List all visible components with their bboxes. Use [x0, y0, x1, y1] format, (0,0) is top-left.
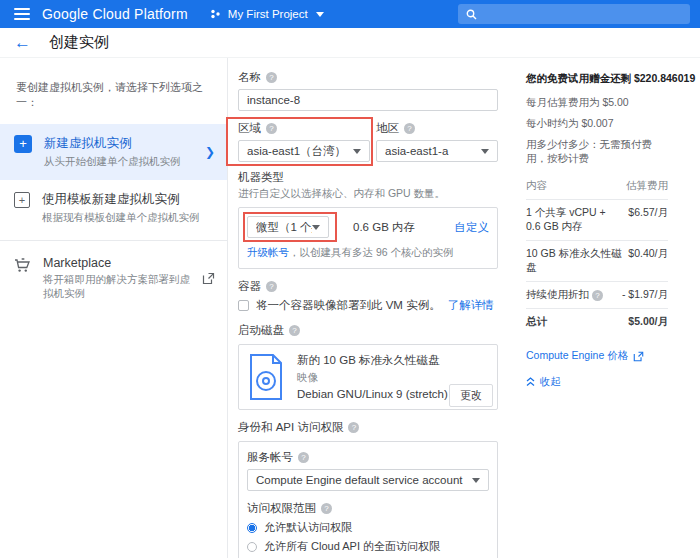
- divider: [0, 240, 227, 241]
- search-icon: [466, 9, 477, 20]
- brand-logo[interactable]: Google Cloud Platform: [42, 6, 188, 22]
- compute-engine-pricing-link[interactable]: Compute Engine 价格: [526, 349, 628, 363]
- chevron-down-icon: [312, 225, 320, 230]
- sidebar-item-from-template[interactable]: + 使用模板新建虚拟机实例 根据现有模板创建单个虚拟机实例: [0, 180, 227, 236]
- upgrade-account-link[interactable]: 升级帐号: [247, 246, 289, 258]
- top-bar: Google Cloud Platform My First Project: [0, 0, 700, 28]
- boot-disk-label: 启动磁盘?: [238, 323, 498, 338]
- help-icon[interactable]: ?: [289, 325, 300, 336]
- cost-table-header: 内容 估算费用: [526, 173, 668, 200]
- double-chevron-up-icon: [526, 377, 535, 387]
- machine-type-label: 机器类型: [238, 170, 498, 185]
- boot-disk-title: 新的 10 GB 标准永久性磁盘: [297, 353, 448, 368]
- sidebar-intro: 要创建虚拟机实例，请选择下列选项之一：: [0, 72, 227, 124]
- page-header: ← 创建实例: [0, 28, 700, 58]
- project-name: My First Project: [228, 8, 308, 20]
- cost-row-disk: 10 GB 标准永久性磁盘 $0.40/月: [526, 241, 668, 282]
- service-account-label: 服务帐号?: [247, 450, 489, 465]
- hourly-estimate: 每小时约为 $0.007: [526, 117, 668, 131]
- scope-option-full-access[interactable]: 允许所有 Cloud API 的全面访问权限: [247, 539, 489, 554]
- template-vm-icon: +: [14, 192, 30, 208]
- page-title: 创建实例: [49, 33, 109, 52]
- help-icon[interactable]: ?: [266, 281, 277, 292]
- collapse-link-row[interactable]: 收起: [526, 375, 668, 389]
- pricing-link-row[interactable]: Compute Engine 价格: [526, 349, 668, 363]
- create-instance-form: 名称? instance-8 区域? asia-east1（台湾） 地区? as…: [228, 58, 510, 558]
- learn-more-link[interactable]: 了解详情: [448, 298, 494, 313]
- help-icon[interactable]: ?: [266, 72, 277, 83]
- chevron-down-icon: [316, 12, 324, 17]
- radio-icon[interactable]: [247, 542, 257, 552]
- cost-row-vcpu: 1 个共享 vCPU + 0.6 GB 内存 $6.57/月: [526, 200, 668, 241]
- container-checkbox-label: 将一个容器映像部署到此 VM 实例。: [256, 298, 441, 313]
- machine-type-select[interactable]: 微型（1 个共享 ...: [247, 216, 329, 238]
- sidebar-item-new-vm[interactable]: + 新建虚拟机实例 从头开始创建单个虚拟机实例 ❯: [0, 124, 227, 180]
- help-icon[interactable]: ?: [266, 123, 277, 134]
- cost-row-discount: 持续使用折扣 ? - $1.97/月: [526, 282, 668, 309]
- instance-name-input[interactable]: instance-8: [238, 89, 498, 111]
- zone-select[interactable]: asia-east1-a: [376, 140, 498, 162]
- machine-type-hint: 进行自定义以选择核心、内存和 GPU 数量。: [238, 187, 498, 201]
- service-account-select[interactable]: Compute Engine default service account: [247, 469, 489, 491]
- scope-option-default[interactable]: 允许默认访问权限: [247, 520, 489, 535]
- search-input[interactable]: [458, 4, 690, 24]
- identity-api-label: 身份和 API 访问权限?: [238, 420, 498, 435]
- zone-field: 地区? asia-east1-a: [376, 121, 498, 162]
- back-arrow-icon[interactable]: ←: [14, 34, 31, 51]
- help-icon[interactable]: ?: [321, 503, 332, 514]
- project-icon: [210, 8, 222, 20]
- cost-row-total: 总计 $5.00/月: [526, 309, 668, 336]
- container-label: 容器?: [238, 279, 498, 294]
- menu-icon[interactable]: [14, 8, 30, 20]
- identity-card: 服务帐号? Compute Engine default service acc…: [238, 441, 498, 558]
- monthly-estimate: 每月估算费用为 $5.00: [526, 96, 668, 110]
- access-scopes-label: 访问权限范围?: [247, 501, 489, 516]
- region-field: 区域? asia-east1（台湾）: [238, 121, 370, 162]
- chevron-right-icon: ❯: [205, 145, 215, 159]
- chevron-down-icon: [472, 478, 480, 483]
- region-select[interactable]: asia-east1（台湾）: [238, 140, 370, 162]
- cost-estimate-panel: 您的免费试用赠金还剩 $220.846019 每月估算费用为 $5.00 每小时…: [510, 58, 668, 558]
- region-label: 区域?: [238, 121, 370, 136]
- container-checkbox-row[interactable]: 将一个容器映像部署到此 VM 实例。 了解详情: [238, 298, 498, 313]
- sidebar-item-marketplace[interactable]: Marketplace 将开箱即用的解决方案部署到虚拟机实例: [0, 245, 227, 312]
- open-in-new-icon: [202, 272, 215, 285]
- name-label: 名称?: [238, 70, 498, 85]
- project-selector[interactable]: My First Project: [210, 8, 324, 20]
- marketplace-cart-icon: [14, 258, 31, 274]
- new-vm-icon: +: [14, 135, 32, 153]
- machine-type-card: 微型（1 个共享 ... 0.6 GB 内存 自定义 升级帐号，以创建具有多达 …: [238, 207, 498, 269]
- zone-label: 地区?: [376, 121, 498, 136]
- boot-disk-card: 新的 10 GB 标准永久性磁盘 映像 Debian GNU/Linux 9 (…: [238, 344, 498, 410]
- upgrade-note: 升级帐号，以创建具有多达 96 个核心的实例: [247, 246, 489, 260]
- help-icon[interactable]: ?: [298, 452, 309, 463]
- payg-note: 用多少付多少：无需预付费用，按秒计费: [526, 138, 668, 166]
- image-name: Debian GNU/Linux 9 (stretch): [297, 388, 448, 400]
- sidebar-item-subtitle: 将开箱即用的解决方案部署到虚拟机实例: [43, 273, 190, 301]
- sidebar-item-title: 新建虚拟机实例: [44, 135, 193, 152]
- change-boot-disk-button[interactable]: 更改: [449, 384, 493, 407]
- cost-table: 内容 估算费用 1 个共享 vCPU + 0.6 GB 内存 $6.57/月 1…: [526, 173, 668, 335]
- free-trial-credit: 您的免费试用赠金还剩 $220.846019: [526, 72, 668, 86]
- sidebar-item-subtitle: 根据现有模板创建单个虚拟机实例: [42, 211, 215, 225]
- sidebar-item-title: Marketplace: [43, 256, 190, 270]
- machine-type-field: 微型（1 个共享 ...: [247, 216, 329, 238]
- disk-icon: [247, 353, 285, 401]
- sidebar-item-title: 使用模板新建虚拟机实例: [42, 191, 215, 208]
- chevron-down-icon: [481, 149, 489, 154]
- memory-value: 0.6 GB 内存: [353, 220, 415, 235]
- create-options-sidebar: 要创建虚拟机实例，请选择下列选项之一： + 新建虚拟机实例 从头开始创建单个虚拟…: [0, 58, 228, 558]
- open-in-new-icon: [633, 351, 644, 362]
- collapse-link[interactable]: 收起: [540, 375, 561, 389]
- help-icon[interactable]: ?: [404, 123, 415, 134]
- checkbox-unchecked-icon[interactable]: [238, 300, 249, 311]
- radio-selected-icon[interactable]: [247, 523, 257, 533]
- chevron-down-icon: [353, 149, 361, 154]
- help-icon[interactable]: ?: [592, 290, 603, 301]
- help-icon[interactable]: ?: [348, 422, 359, 433]
- customize-link[interactable]: 自定义: [455, 220, 490, 235]
- sidebar-item-subtitle: 从头开始创建单个虚拟机实例: [44, 155, 193, 169]
- image-label: 映像: [297, 371, 448, 385]
